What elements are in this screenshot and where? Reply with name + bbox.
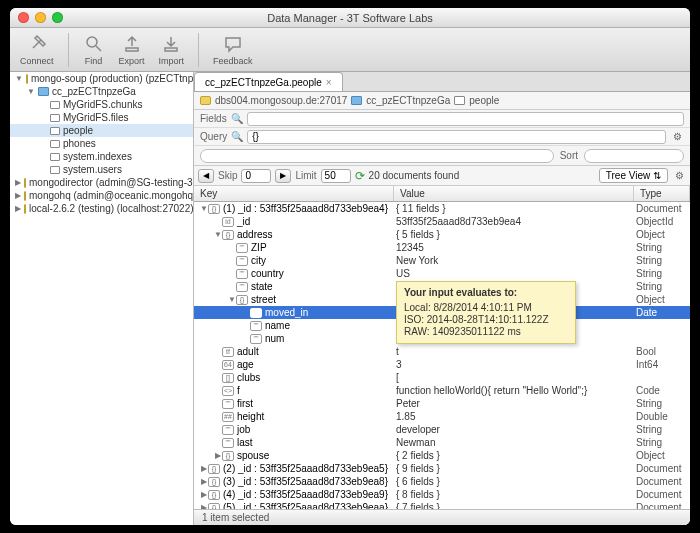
query-settings-icon[interactable]: ⚙ [670,130,684,144]
next-page-button[interactable]: ▶ [275,169,291,183]
grid-header: Key Value Type [194,186,690,202]
db-icon [24,191,26,201]
sidebar-item[interactable]: system.indexes [10,150,193,163]
separator [68,33,69,67]
disclosure-icon[interactable]: ▶ [200,490,208,499]
type-icon: {} [208,464,220,474]
search-icon: 🔍 [231,113,243,124]
table-row[interactable]: tfadulttBool [194,345,690,358]
value-cell: t [394,346,634,357]
tabs: cc_pzECTtnpzeGa.people × [194,72,690,92]
disclosure-icon[interactable]: ▼ [200,204,208,213]
disclosure-icon[interactable]: ▶ [200,477,208,486]
header-key[interactable]: Key [194,186,394,201]
disclosure-icon[interactable]: ▼ [15,74,23,83]
grid-body[interactable]: Your input evaluates to: Local: 8/28/201… [194,202,690,509]
sort-label: Sort [560,150,578,161]
key-label: state [251,281,273,292]
sidebar-item[interactable]: ▶mongodirector (admin@SG-testing-32 [10,176,193,189]
import-button[interactable]: Import [155,31,189,68]
disclosure-icon[interactable]: ▶ [15,191,21,200]
disclosure-icon[interactable]: ▼ [214,230,222,239]
type-icon: dt [250,308,262,318]
sort-input[interactable] [584,149,684,163]
refresh-icon[interactable]: ⟳ [355,169,365,183]
sidebar-item[interactable]: MyGridFS.files [10,111,193,124]
limit-input[interactable] [321,169,351,183]
breadcrumb-coll[interactable]: people [469,95,499,106]
disclosure-icon[interactable]: ▶ [15,178,21,187]
table-row[interactable]: ##height1.85Double [194,410,690,423]
export-button[interactable]: Export [115,31,149,68]
db-icon [351,96,362,105]
sidebar-item[interactable]: system.users [10,163,193,176]
breadcrumb-host[interactable]: dbs004.mongosoup.de:27017 [215,95,347,106]
sidebar-item[interactable]: ▼cc_pzECTtnpzeGa [10,85,193,98]
key-label: address [237,229,273,240]
grid-settings-icon[interactable]: ⚙ [672,169,686,183]
type-cell: ObjectId [634,216,690,227]
close-tab-icon[interactable]: × [326,77,332,88]
table-row[interactable]: ▶{}(2) _id : 53ff35f25aaad8d733eb9ea5}{ … [194,462,690,475]
sidebar-item[interactable]: MyGridFS.chunks [10,98,193,111]
type-icon: "" [236,243,248,253]
table-row[interactable]: []clubs[ [194,371,690,384]
type-cell: Document [634,489,690,500]
disclosure-icon[interactable]: ▶ [214,451,222,460]
query-label: Query [200,131,227,142]
find-button[interactable]: Find [79,31,109,68]
sidebar-item[interactable]: ▼mongo-soup (production) (pzECTtnp [10,72,193,85]
eval-tooltip: Your input evaluates to: Local: 8/28/201… [396,281,576,344]
prev-page-button[interactable]: ◀ [198,169,214,183]
skip-input[interactable] [241,169,271,183]
table-row[interactable]: ▶{}spouse{ 2 fields }Object [194,449,690,462]
sidebar-item[interactable]: people [10,124,193,137]
table-row[interactable]: id_id53ff35f25aaad8d733eb9ea4ObjectId [194,215,690,228]
value-cell: developer [394,424,634,435]
table-row[interactable]: ▶{}(5) _id : 53ff35f25aaad8d733eb9eaa}{ … [194,501,690,509]
key-label: name [265,320,290,331]
disclosure-icon[interactable]: ▶ [15,204,21,213]
sidebar-item-label: MyGridFS.files [63,112,129,123]
export-icon [121,33,143,55]
table-row[interactable]: ▼{}(1) _id : 53ff35f25aaad8d733eb9ea4}{ … [194,202,690,215]
value-cell: 3 [394,359,634,370]
table-row[interactable]: 64age3Int64 [194,358,690,371]
type-cell: Date [634,307,690,318]
header-value[interactable]: Value [394,186,634,201]
disclosure-icon[interactable]: ▼ [228,295,236,304]
fields-input[interactable] [247,112,684,126]
view-selector[interactable]: Tree View ⇅ [599,168,668,183]
connect-button[interactable]: Connect [16,31,58,68]
type-cell: Document [634,463,690,474]
status-bar: 1 item selected [194,509,690,525]
value-cell: 12345 [394,242,634,253]
disclosure-icon[interactable]: ▶ [200,464,208,473]
table-row[interactable]: ▶{}(4) _id : 53ff35f25aaad8d733eb9ea9}{ … [194,488,690,501]
sidebar[interactable]: ▼mongo-soup (production) (pzECTtnp▼cc_pz… [10,72,194,525]
value-cell: 53ff35f25aaad8d733eb9ea4 [394,216,634,227]
feedback-button[interactable]: Feedback [209,31,257,68]
disclosure-icon[interactable]: ▶ [200,503,208,509]
table-row[interactable]: ▼{}address{ 5 fields }Object [194,228,690,241]
table-row[interactable]: ""firstPeterString [194,397,690,410]
table-row[interactable]: ""lastNewmanString [194,436,690,449]
sidebar-item[interactable]: phones [10,137,193,150]
sidebar-item[interactable]: ▶local-2.6.2 (testing) (localhost:27022) [10,202,193,215]
tab-collection[interactable]: cc_pzECTtnpzeGa.people × [194,72,343,91]
header-type[interactable]: Type [634,186,690,201]
value-cell: { 7 fields } [394,502,634,509]
breadcrumb-db[interactable]: cc_pzECTtnpzeGa [366,95,450,106]
table-row[interactable]: ""cityNew YorkString [194,254,690,267]
search-icon [83,33,105,55]
filter-input[interactable] [200,149,554,163]
sidebar-item[interactable]: ▶mongohq (admin@oceanic.mongohq.c [10,189,193,202]
table-row[interactable]: <>ffunction helloWorld(){ return "Hello … [194,384,690,397]
query-input[interactable] [247,130,666,144]
disclosure-icon[interactable]: ▼ [27,87,35,96]
table-row[interactable]: ""countryUSString [194,267,690,280]
table-row[interactable]: ""ZIP12345String [194,241,690,254]
sidebar-item-label: people [63,125,93,136]
table-row[interactable]: ""jobdeveloperString [194,423,690,436]
table-row[interactable]: ▶{}(3) _id : 53ff35f25aaad8d733eb9ea8}{ … [194,475,690,488]
